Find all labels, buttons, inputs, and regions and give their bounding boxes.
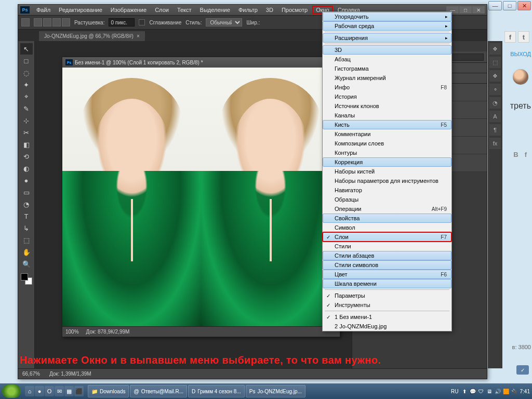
menu-item[interactable]: Свойства: [323, 214, 451, 223]
tool-12[interactable]: ▭: [20, 187, 33, 198]
tool-5[interactable]: ✎: [20, 103, 33, 114]
maximize-icon[interactable]: □: [459, 6, 472, 14]
marquee-int-icon[interactable]: [62, 18, 70, 26]
marquee-sub-icon[interactable]: [52, 18, 61, 26]
menu-item[interactable]: ОперацииAlt+F9: [323, 204, 451, 214]
document-canvas[interactable]: [62, 68, 340, 326]
menu-item[interactable]: 1 Без имени-1: [323, 312, 451, 322]
menu-файл[interactable]: Файл: [33, 6, 54, 14]
panel-icon[interactable]: ❖: [489, 70, 501, 82]
tool-1[interactable]: □: [20, 55, 33, 66]
tool-preset-icon[interactable]: [21, 18, 30, 26]
tool-9[interactable]: ⟲: [20, 151, 33, 162]
zoom-level[interactable]: 66,67%: [22, 371, 40, 377]
document-tab[interactable]: Jo-QNZMdEug.jpg @ 66,7% (RGB/8#) ×: [39, 31, 145, 41]
tool-2[interactable]: ◌: [20, 67, 33, 78]
window-controls[interactable]: — □ ✕: [446, 6, 485, 14]
taskbar-task[interactable]: DГримм 4 сезон 8...: [188, 385, 245, 397]
window-menu-dropdown[interactable]: УпорядочитьРабочая средаРасширения3DАбза…: [322, 11, 452, 331]
menu-изображение[interactable]: Изображение: [107, 6, 150, 14]
quick-launch-icon[interactable]: ●: [35, 386, 44, 396]
tool-7[interactable]: ✂: [20, 127, 33, 138]
panel-icon[interactable]: ⬚: [489, 57, 501, 68]
menu-item[interactable]: Комментарии: [323, 129, 451, 139]
quick-launch-icon[interactable]: ✉: [55, 386, 64, 396]
tray-icon[interactable]: ⬆: [461, 388, 468, 395]
os-window-controls[interactable]: — □ ✕: [488, 1, 531, 10]
color-swatch[interactable]: [21, 273, 32, 285]
taskbar-task[interactable]: PsJo-QNZMdEug.jp...: [246, 385, 305, 397]
zoom-level[interactable]: 100%: [65, 329, 79, 335]
menu-item[interactable]: Гистограмма: [323, 64, 451, 73]
quick-launch[interactable]: ⌂●O✉▦⬛: [25, 386, 84, 396]
menu-item[interactable]: Упорядочить: [323, 12, 451, 21]
menu-item[interactable]: Композиции слоев: [323, 139, 451, 148]
minimize-icon[interactable]: —: [488, 1, 502, 10]
menu-просмотр[interactable]: Просмотр: [278, 6, 311, 14]
menu-item[interactable]: ИнфоF8: [323, 83, 451, 92]
menu-item[interactable]: Каналы: [323, 111, 451, 120]
menu-item[interactable]: Навигатор: [323, 185, 451, 195]
panel-icon[interactable]: ◔: [489, 97, 501, 109]
close-icon[interactable]: ✕: [517, 1, 531, 10]
menu-item[interactable]: Шкала времени: [323, 279, 451, 288]
menu-item[interactable]: Коррекция: [323, 157, 451, 167]
menu-item[interactable]: Журнал измерений: [323, 73, 451, 83]
tray-icon[interactable]: 🟧: [502, 388, 510, 395]
tool-17[interactable]: ✋: [20, 246, 33, 258]
menu-item[interactable]: Абзац: [323, 55, 451, 64]
menu-item[interactable]: Расширения: [323, 33, 451, 43]
panel-icon[interactable]: A: [489, 111, 501, 122]
tray-icon[interactable]: 💬: [469, 388, 476, 395]
marquee-add-icon[interactable]: [43, 18, 51, 26]
logout-link[interactable]: ВЫХОД: [510, 51, 531, 57]
tool-0[interactable]: ↖: [20, 43, 33, 55]
facebook-icon[interactable]: f: [504, 31, 516, 43]
menu-item[interactable]: Рабочая среда: [323, 21, 451, 31]
menu-bar[interactable]: ФайлРедактированиеИзображениеСлоиТекстВы…: [33, 6, 364, 14]
menu-item[interactable]: Источник клонов: [323, 101, 451, 111]
vk-share-button[interactable]: ✓: [516, 365, 529, 375]
system-tray[interactable]: RU ⬆💬🛡🖥🔊🟧🔌 7:41: [451, 388, 530, 395]
menu-item[interactable]: Инструменты: [323, 300, 451, 310]
tool-3[interactable]: ✦: [20, 79, 33, 90]
maximize-icon[interactable]: □: [503, 1, 516, 10]
menu-item[interactable]: Стили абзацев: [323, 251, 451, 260]
tool-10[interactable]: ◐: [20, 163, 33, 174]
taskbar-task[interactable]: @Ответы@Mail.R...: [130, 385, 187, 397]
panel-icon[interactable]: ❖: [489, 43, 501, 55]
menu-item[interactable]: Образцы: [323, 195, 451, 204]
tool-palette[interactable]: ↖□◌✦⌖✎⊹✂◧⟲◐●▭◔T↳⬚✋🔍: [18, 41, 35, 368]
quick-launch-icon[interactable]: ⌂: [25, 386, 34, 396]
menu-выделение[interactable]: Выделение: [196, 6, 234, 14]
taskbar-tasks[interactable]: 📁Downloads@Ответы@Mail.R...DГримм 4 сезо…: [88, 385, 305, 397]
menu-item[interactable]: ЦветF6: [323, 270, 451, 279]
menu-слои[interactable]: Слои: [151, 6, 172, 14]
document-window[interactable]: Ps Без имени-1 @ 100% (Слой 1 копировать…: [62, 57, 340, 337]
menu-item[interactable]: История: [323, 92, 451, 101]
tool-11[interactable]: ●: [20, 175, 33, 186]
menu-item[interactable]: СлоиF7: [323, 232, 451, 242]
tool-4[interactable]: ⌖: [20, 91, 33, 102]
start-button[interactable]: [2, 384, 21, 398]
style-select[interactable]: Обычный: [206, 18, 242, 26]
tool-18[interactable]: 🔍: [20, 258, 33, 270]
tool-16[interactable]: ⬚: [20, 234, 33, 246]
quick-launch-icon[interactable]: ▦: [64, 386, 74, 396]
menu-item[interactable]: 3D: [323, 45, 451, 55]
menu-item[interactable]: 2 Jo-QNZMdEug.jpg: [323, 322, 451, 331]
menu-3d[interactable]: 3D: [262, 6, 277, 14]
taskbar-task[interactable]: 📁Downloads: [88, 385, 129, 397]
menu-item[interactable]: Параметры: [323, 291, 451, 300]
tool-8[interactable]: ◧: [20, 139, 33, 150]
language-indicator[interactable]: RU: [451, 389, 458, 394]
tab-close-icon[interactable]: ×: [137, 33, 140, 39]
panel-icon[interactable]: ¶: [489, 124, 501, 136]
twitter-icon[interactable]: t: [518, 31, 529, 43]
menu-item[interactable]: КистьF5: [323, 120, 451, 129]
marquee-new-icon[interactable]: [34, 18, 42, 26]
antialias-checkbox[interactable]: [139, 19, 145, 25]
menu-item[interactable]: Контуры: [323, 148, 451, 157]
tool-13[interactable]: ◔: [20, 198, 33, 210]
menu-редактирование[interactable]: Редактирование: [55, 6, 106, 14]
